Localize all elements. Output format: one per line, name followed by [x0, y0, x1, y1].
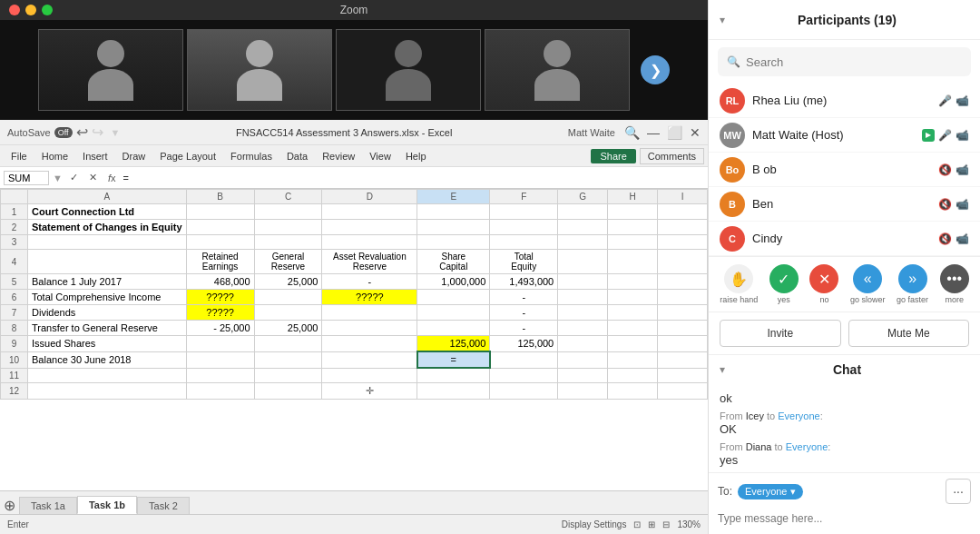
cell-e5[interactable]: 1,000,000	[417, 274, 490, 290]
cell-c9[interactable]	[254, 336, 322, 352]
col-d-header[interactable]: D	[322, 190, 417, 204]
cell-f2[interactable]	[490, 220, 558, 235]
cell-d1[interactable]	[322, 204, 417, 220]
cell-e9[interactable]: 125,000	[417, 336, 490, 352]
col-e-header[interactable]: E	[417, 190, 490, 204]
cell-d9[interactable]	[322, 336, 417, 352]
reaction-no[interactable]: ✕ no	[809, 264, 838, 304]
display-settings[interactable]: Display Settings	[562, 519, 627, 529]
page-break-view[interactable]: ⊟	[662, 519, 670, 529]
chat-input[interactable]	[718, 508, 971, 529]
cell-d11[interactable]	[322, 368, 417, 382]
cell-c2[interactable]	[254, 220, 322, 235]
cell-e2[interactable]	[417, 220, 490, 235]
cell-b2[interactable]	[186, 220, 254, 235]
cell-i3[interactable]	[658, 235, 708, 250]
menu-draw[interactable]: Draw	[115, 149, 153, 163]
cell-c5[interactable]: 25,000	[254, 274, 322, 290]
cell-b4[interactable]: RetainedEarnings	[186, 250, 254, 274]
cell-d7[interactable]	[322, 305, 417, 321]
reaction-raise-hand[interactable]: ✋ raise hand	[720, 264, 758, 304]
cell-d10[interactable]	[322, 351, 417, 368]
spreadsheet[interactable]: A B C D E F G H I 1 Court Connection Ltd	[0, 189, 708, 490]
mute-me-button[interactable]: Mute Me	[848, 320, 970, 347]
cell-h2[interactable]	[608, 220, 658, 235]
cell-c10[interactable]	[254, 351, 322, 368]
cell-g11[interactable]	[558, 368, 608, 382]
cell-i7[interactable]	[658, 305, 708, 321]
cell-b6[interactable]: ?????	[186, 290, 254, 305]
col-c-header[interactable]: C	[254, 190, 322, 204]
zoom-level[interactable]: 130%	[677, 519, 701, 529]
cell-a5[interactable]: Balance 1 July 2017	[28, 274, 187, 290]
cell-h8[interactable]	[608, 321, 658, 336]
cell-i11[interactable]	[658, 368, 708, 382]
formula-cancel[interactable]: ✕	[89, 172, 97, 183]
col-a-header[interactable]: A	[28, 190, 187, 204]
cell-e8[interactable]	[417, 321, 490, 336]
cell-i10[interactable]	[658, 351, 708, 368]
chat-options-button[interactable]: ···	[946, 479, 971, 504]
col-i-header[interactable]: I	[658, 190, 708, 204]
cell-a1[interactable]: Court Connection Ltd	[28, 204, 187, 220]
formula-input[interactable]	[122, 173, 704, 183]
cell-a12[interactable]	[28, 382, 187, 399]
menu-formulas[interactable]: Formulas	[223, 149, 279, 163]
col-h-header[interactable]: H	[608, 190, 658, 204]
cell-b9[interactable]	[186, 336, 254, 352]
undo-button[interactable]: ↩	[76, 124, 88, 141]
reaction-slower[interactable]: « go slower	[850, 264, 886, 304]
minimize-excel[interactable]: —	[647, 125, 660, 140]
cell-h5[interactable]	[608, 274, 658, 290]
cell-g1[interactable]	[558, 204, 608, 220]
cell-g8[interactable]	[558, 321, 608, 336]
cell-h6[interactable]	[608, 290, 658, 305]
cell-c6[interactable]	[254, 290, 322, 305]
maximize-button[interactable]	[42, 5, 53, 15]
cell-g12[interactable]	[558, 382, 608, 399]
next-video-button[interactable]: ❯	[641, 55, 670, 84]
redo-button[interactable]: ↪	[92, 124, 103, 141]
cell-d12[interactable]: ✛	[322, 382, 417, 399]
cell-f3[interactable]	[490, 235, 558, 250]
invite-button[interactable]: Invite	[720, 320, 841, 347]
cell-e3[interactable]	[417, 235, 490, 250]
cell-c4[interactable]: GeneralReserve	[254, 250, 322, 274]
cell-i12[interactable]	[658, 382, 708, 399]
cell-a7[interactable]: Dividends	[28, 305, 187, 321]
share-button[interactable]: Share	[591, 149, 635, 163]
formula-checkmark[interactable]: ✓	[70, 172, 78, 183]
cell-c1[interactable]	[254, 204, 322, 220]
cell-g2[interactable]	[558, 220, 608, 235]
cell-d5[interactable]: -	[322, 274, 417, 290]
comments-button[interactable]: Comments	[640, 148, 704, 164]
cell-a11[interactable]	[28, 368, 187, 382]
cell-g5[interactable]	[558, 274, 608, 290]
cell-d6[interactable]: ?????	[322, 290, 417, 305]
cell-h7[interactable]	[608, 305, 658, 321]
cell-h11[interactable]	[608, 368, 658, 382]
cell-a4[interactable]	[28, 250, 187, 274]
cell-c11[interactable]	[254, 368, 322, 382]
cell-h10[interactable]	[608, 351, 658, 368]
cell-h4[interactable]	[608, 250, 658, 274]
cell-f10[interactable]	[490, 351, 558, 368]
cell-e10[interactable]: =	[417, 351, 490, 368]
cell-e11[interactable]	[417, 368, 490, 382]
cell-i9[interactable]	[658, 336, 708, 352]
cell-b1[interactable]	[186, 204, 254, 220]
cell-a10[interactable]: Balance 30 June 2018	[28, 351, 187, 368]
cell-a2[interactable]: Statement of Changes in Equity	[28, 220, 187, 235]
cell-b12[interactable]	[186, 382, 254, 399]
formula-expand[interactable]: ▼	[53, 173, 63, 183]
col-b-header[interactable]: B	[186, 190, 254, 204]
cell-a3[interactable]	[28, 235, 187, 250]
cell-e6[interactable]	[417, 290, 490, 305]
cell-g6[interactable]	[558, 290, 608, 305]
cell-f1[interactable]	[490, 204, 558, 220]
cell-c7[interactable]	[254, 305, 322, 321]
cell-f12[interactable]	[490, 382, 558, 399]
cell-a9[interactable]: Issued Shares	[28, 336, 187, 352]
cell-d2[interactable]	[322, 220, 417, 235]
sheet-tab-2[interactable]: Task 2	[137, 497, 190, 514]
